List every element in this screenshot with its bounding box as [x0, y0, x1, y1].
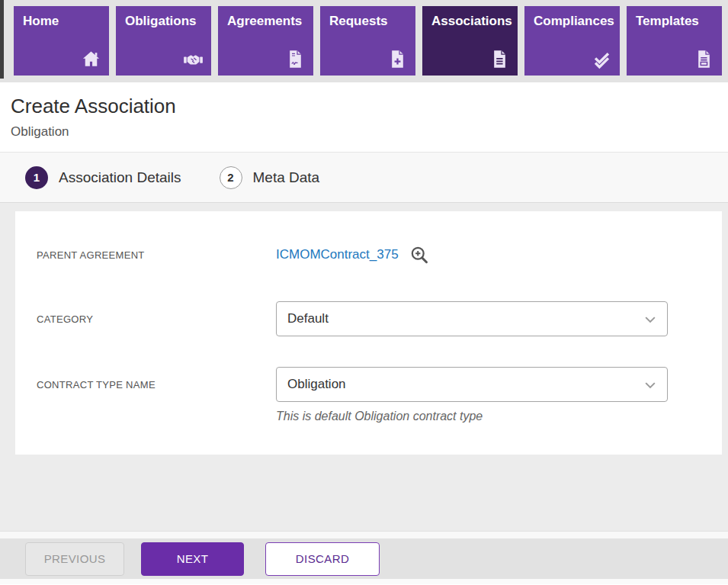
footer-action-bar: PREVIOUS NEXT DISCARD: [0, 538, 728, 579]
bottom-strip: [0, 579, 728, 584]
chevron-down-icon: [643, 378, 658, 393]
agreement-doc-icon: [285, 49, 306, 69]
nav-tab-compliances[interactable]: Compliances: [524, 6, 620, 76]
nav-tab-label: Requests: [329, 14, 388, 29]
nav-tab-label: Templates: [636, 14, 699, 29]
footer-separator: [0, 531, 728, 538]
nav-tab-home[interactable]: Home: [14, 6, 109, 76]
nav-tab-requests[interactable]: Requests: [320, 6, 415, 76]
contract-type-row: CONTRACT TYPE NAME Obligation This is de…: [37, 367, 722, 423]
category-row: CATEGORY Default: [37, 301, 722, 336]
step-label: Meta Data: [253, 169, 320, 186]
nav-tab-label: Associations: [431, 14, 512, 29]
category-select[interactable]: Default: [276, 301, 668, 336]
parent-agreement-link[interactable]: ICMOMContract_375: [276, 247, 399, 262]
nav-tab-agreements[interactable]: Agreements: [218, 6, 313, 76]
contract-type-helper-text: This is default Obligation contract type: [276, 410, 668, 423]
page-title: Create Association: [11, 95, 728, 118]
contract-type-field-wrap: Obligation This is default Obligation co…: [276, 367, 668, 423]
handshake-icon: [183, 49, 204, 69]
nav-tab-label: Compliances: [534, 14, 614, 29]
nav-left-strip: [0, 0, 4, 79]
step-number-badge: 1: [25, 166, 48, 189]
contract-type-select[interactable]: Obligation: [276, 367, 668, 402]
parent-agreement-value-wrap: ICMOMContract_375: [276, 245, 430, 265]
double-check-icon: [592, 49, 612, 69]
request-doc-plus-icon: [387, 49, 408, 69]
nav-tab-associations[interactable]: Associations: [422, 6, 518, 76]
nav-tab-obligations[interactable]: Obligations: [116, 6, 211, 76]
nav-tiles: Home Obligations Agreements: [14, 6, 722, 76]
category-selected-value: Default: [287, 311, 329, 326]
chevron-down-icon: [643, 312, 658, 327]
page-subtitle: Obligation: [11, 124, 728, 140]
form-card: PARENT AGREEMENT ICMOMContract_375 CATEG…: [15, 211, 722, 455]
zoom-in-icon[interactable]: [409, 245, 430, 265]
nav-tab-label: Agreements: [227, 14, 302, 29]
home-icon: [81, 49, 101, 69]
nav-tab-templates[interactable]: Templates: [627, 6, 722, 76]
step-label: Association Details: [59, 169, 181, 186]
main-content: PARENT AGREEMENT ICMOMContract_375 CATEG…: [0, 203, 728, 531]
parent-agreement-row: PARENT AGREEMENT ICMOMContract_375: [37, 243, 722, 266]
nav-tab-label: Obligations: [125, 14, 197, 29]
discard-button[interactable]: DISCARD: [265, 542, 380, 576]
step-meta-data[interactable]: 2 Meta Data: [220, 166, 320, 189]
nav-tab-label: Home: [23, 14, 59, 29]
association-doc-icon: [489, 49, 510, 69]
top-nav-bar: Home Obligations Agreements: [0, 0, 728, 82]
previous-button[interactable]: PREVIOUS: [25, 542, 124, 576]
contract-type-label: CONTRACT TYPE NAME: [37, 367, 276, 391]
category-label: CATEGORY: [37, 313, 276, 325]
template-doc-icon: [694, 49, 714, 69]
next-button[interactable]: NEXT: [141, 542, 244, 576]
step-association-details[interactable]: 1 Association Details: [25, 166, 181, 189]
step-number-badge: 2: [220, 166, 242, 189]
wizard-stepper: 1 Association Details 2 Meta Data: [0, 153, 728, 203]
page-header: Create Association Obligation: [0, 82, 728, 153]
parent-agreement-label: PARENT AGREEMENT: [37, 249, 276, 261]
contract-type-selected-value: Obligation: [287, 377, 346, 392]
